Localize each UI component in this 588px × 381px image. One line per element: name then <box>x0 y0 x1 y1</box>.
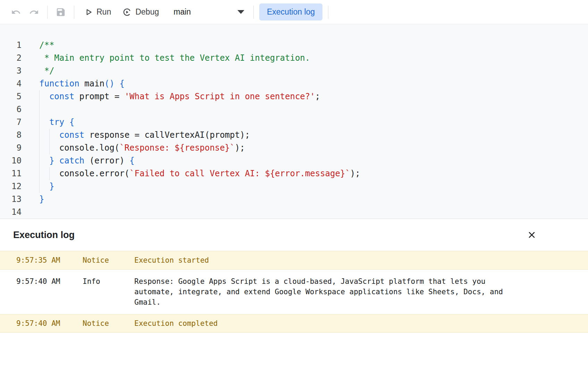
redo-button[interactable] <box>25 3 43 21</box>
log-level: Notice <box>83 255 134 265</box>
toolbar-divider <box>74 6 74 19</box>
line-code: function main() { <box>39 77 125 90</box>
line-code: * Main entry point to test the Vertex AI… <box>39 52 310 65</box>
code-line: 8 const response = callVertexAI(prompt); <box>0 129 588 142</box>
log-entry-row: 9:57:40 AM Notice Execution completed <box>0 314 588 333</box>
close-execution-log-button[interactable] <box>524 227 539 243</box>
line-number: 9 <box>0 142 22 154</box>
line-code: console.error(`Failed to call Vertex AI:… <box>39 167 360 180</box>
selected-function-label: main <box>174 7 191 17</box>
log-level: Notice <box>83 318 134 329</box>
function-selector[interactable]: main <box>169 4 249 20</box>
toolbar-divider <box>47 6 48 19</box>
code-line: 14 <box>0 206 588 219</box>
toolbar-divider <box>328 6 328 19</box>
log-time: 9:57:40 AM <box>16 318 83 329</box>
log-level: Info <box>83 276 134 307</box>
run-icon <box>84 8 93 17</box>
line-code: try { <box>39 116 74 129</box>
log-time: 9:57:40 AM <box>16 276 83 307</box>
execution-log-title: Execution log <box>13 230 75 240</box>
log-message: Execution completed <box>134 318 516 329</box>
debug-label: Debug <box>135 7 159 17</box>
code-line: 11 console.error(`Failed to call Vertex … <box>0 167 588 180</box>
line-number: 11 <box>0 167 22 180</box>
toolbar-divider <box>253 6 254 19</box>
toolbar: Run Debug main Execution log <box>0 0 588 24</box>
code-editor[interactable]: 1 /** 2 * Main entry point to test the V… <box>0 24 588 219</box>
log-entry-row: 9:57:40 AM Info Response: Google Apps Sc… <box>0 270 588 314</box>
log-message: Response: Google Apps Script is a cloud-… <box>134 276 516 307</box>
code-line: 7 try { <box>0 116 588 129</box>
code-line: 3 */ <box>0 65 588 77</box>
code-line: 5 const prompt = 'What is Apps Script in… <box>0 90 588 103</box>
line-code: */ <box>39 65 54 77</box>
line-number: 4 <box>0 77 22 90</box>
save-project-button[interactable] <box>52 3 70 21</box>
code-lines: 1 /** 2 * Main entry point to test the V… <box>0 39 588 219</box>
line-number: 1 <box>0 39 22 52</box>
debug-button[interactable]: Debug <box>117 4 165 20</box>
run-button[interactable]: Run <box>78 4 117 20</box>
execution-log-panel: Execution log 9:57:35 AM Notice Executio… <box>0 219 588 333</box>
log-entry-row: 9:57:35 AM Notice Execution started <box>0 251 588 270</box>
line-code: /** <box>39 39 54 52</box>
log-time: 9:57:35 AM <box>16 255 83 265</box>
line-code: } <box>39 180 54 193</box>
execution-log-header: Execution log <box>0 219 588 251</box>
line-number: 14 <box>0 206 22 219</box>
execution-log-button[interactable]: Execution log <box>259 3 322 20</box>
line-code: const prompt = 'What is Apps Script in o… <box>39 90 320 103</box>
line-number: 10 <box>0 154 22 167</box>
line-code <box>39 103 49 116</box>
code-line: 1 /** <box>0 39 588 52</box>
code-line: 10 } catch (error) { <box>0 154 588 167</box>
code-line: 13 } <box>0 193 588 206</box>
undo-icon <box>11 7 21 17</box>
code-line: 12 } <box>0 180 588 193</box>
chevron-down-icon <box>237 10 244 14</box>
line-number: 3 <box>0 65 22 77</box>
run-label: Run <box>96 7 111 17</box>
code-line: 4 function main() { <box>0 77 588 90</box>
code-line: 6 <box>0 103 588 116</box>
close-icon <box>527 230 537 240</box>
line-code: const response = callVertexAI(prompt); <box>39 129 250 142</box>
undo-button[interactable] <box>7 3 25 21</box>
line-number: 6 <box>0 103 22 116</box>
apps-script-editor: Run Debug main Execution log 1 /** 2 * M… <box>0 0 588 333</box>
line-number: 5 <box>0 90 22 103</box>
code-line: 9 console.log(`Response: ${response}`); <box>0 142 588 154</box>
line-code: console.log(`Response: ${response}`); <box>39 142 245 154</box>
log-message: Execution started <box>134 255 516 265</box>
line-number: 12 <box>0 180 22 193</box>
line-code: } catch (error) { <box>39 154 135 167</box>
line-number: 8 <box>0 129 22 142</box>
line-number: 2 <box>0 52 22 65</box>
log-rows: 9:57:35 AM Notice Execution started 9:57… <box>0 251 588 333</box>
save-project-icon <box>56 7 66 17</box>
line-number: 7 <box>0 116 22 129</box>
redo-icon <box>29 7 39 17</box>
line-number: 13 <box>0 193 22 206</box>
debug-icon <box>122 7 132 17</box>
code-line: 2 * Main entry point to test the Vertex … <box>0 52 588 65</box>
line-code: } <box>39 193 44 206</box>
